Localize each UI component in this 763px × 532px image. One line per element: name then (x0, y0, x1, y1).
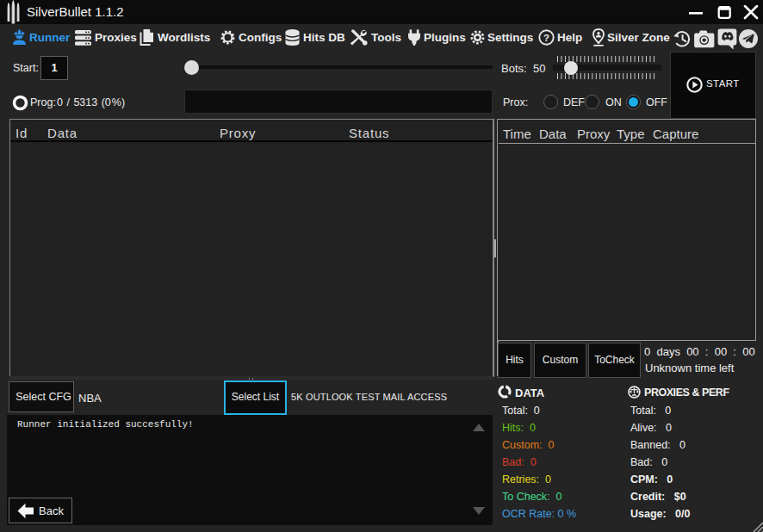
svg-text:?: ? (543, 33, 549, 43)
